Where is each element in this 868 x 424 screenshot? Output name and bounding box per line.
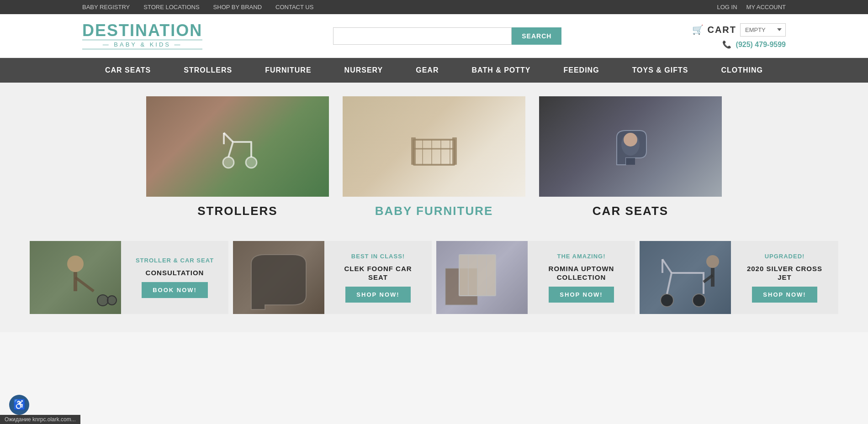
nav-feeding[interactable]: FEEDING (547, 58, 616, 83)
hero-title-furniture-plain: BABY (375, 204, 416, 218)
top-bar-left-links: BABY REGISTRY STORE LOCATIONS SHOP BY BR… (82, 4, 313, 10)
promo-card-consultation: STROLLER & CAR SEAT CONSULTATION BOOK NO… (30, 241, 228, 314)
hero-title-car-seats: CAR SEATS (539, 204, 722, 218)
hero-card-furniture[interactable]: BABY FURNITURE (343, 96, 525, 218)
hero-title-furniture-highlight: FURNITURE (416, 204, 493, 218)
cart-label: CART (707, 25, 736, 35)
svg-point-17 (107, 296, 116, 305)
nav-furniture[interactable]: FURNITURE (249, 58, 328, 83)
baby-registry-link[interactable]: BABY REGISTRY (82, 4, 130, 10)
svg-point-26 (661, 294, 673, 307)
search-input[interactable] (333, 27, 512, 45)
promo-title-clek: CLEK FOONF CAR SEAT (333, 264, 423, 282)
nav-bath-potty[interactable]: BATH & POTTY (455, 58, 547, 83)
top-bar: BABY REGISTRY STORE LOCATIONS SHOP BY BR… (0, 0, 868, 14)
promo-image-romina (436, 241, 528, 314)
svg-rect-25 (640, 241, 731, 314)
svg-point-1 (246, 157, 257, 168)
hero-card-strollers[interactable]: STROLLERS (146, 96, 329, 218)
svg-point-28 (706, 255, 719, 268)
promo-eyebrow-consultation: STROLLER & CAR SEAT (136, 257, 214, 264)
hero-image-furniture (343, 96, 525, 197)
svg-rect-8 (411, 137, 416, 165)
promo-title-silvercross: 2020 SILVER CROSS JET (740, 264, 829, 282)
cart-row: 🛒 CART EMPTY (692, 23, 786, 37)
promo-eyebrow-clek: BEST IN CLASS! (351, 253, 405, 260)
svg-point-11 (624, 133, 637, 147)
hero-title-strollers: STROLLERS (146, 204, 329, 218)
promo-card-clek: BEST IN CLASS! CLEK FOONF CAR SEAT SHOP … (233, 241, 432, 314)
promo-card-silvercross: UPGRADED! 2020 SILVER CROSS JET SHOP NOW… (640, 241, 838, 314)
shop-by-brand-link[interactable]: SHOP BY BRAND (213, 4, 262, 10)
svg-rect-2 (413, 140, 455, 165)
promo-btn-silvercross[interactable]: SHOP NOW! (752, 287, 817, 303)
main-nav: CAR SEATS STROLLERS FURNITURE NURSERY GE… (0, 58, 868, 83)
svg-point-16 (97, 295, 108, 306)
promo-btn-romina[interactable]: SHOP NOW! (549, 287, 614, 303)
logo-title: DESTINATION (82, 22, 202, 39)
hero-title-furniture: BABY FURNITURE (343, 204, 525, 218)
promo-content-romina: THE AMAZING! ROMINA UPTOWN COLLECTION SH… (528, 246, 635, 310)
search-area: SEARCH (333, 27, 561, 45)
svg-rect-9 (452, 137, 457, 165)
header: DESTINATION — BABY & KIDS — SEARCH 🛒 CAR… (0, 14, 868, 58)
hero-image-strollers (146, 96, 329, 197)
promo-image-silvercross (640, 241, 731, 314)
nav-nursery[interactable]: NURSERY (328, 58, 400, 83)
cart-icon: 🛒 (692, 24, 704, 35)
store-locations-link[interactable]: STORE LOCATIONS (143, 4, 199, 10)
nav-strollers[interactable]: STROLLERS (167, 58, 249, 83)
log-in-link[interactable]: LOG IN (717, 4, 737, 10)
promo-image-clek (233, 241, 324, 314)
my-account-link[interactable]: MY ACCOUNT (746, 4, 786, 10)
contact-us-link[interactable]: CONTACT US (275, 4, 313, 10)
phone-icon: 📞 (722, 41, 731, 48)
nav-clothing[interactable]: CLOTHING (704, 58, 779, 83)
nav-car-seats[interactable]: CAR SEATS (89, 58, 167, 83)
search-button[interactable]: SEARCH (512, 27, 561, 45)
logo-sub: — BABY & KIDS — (82, 40, 202, 49)
promo-title-consultation: CONSULTATION (146, 268, 204, 277)
svg-point-13 (67, 256, 84, 272)
promo-content-clek: BEST IN CLASS! CLEK FOONF CAR SEAT SHOP … (324, 246, 432, 310)
promo-eyebrow-silvercross: UPGRADED! (765, 253, 805, 260)
cart-select[interactable]: EMPTY (740, 23, 786, 37)
promo-btn-clek[interactable]: SHOP NOW! (345, 287, 410, 303)
hero-section: STROLLERS BABY FURNITURE (0, 83, 868, 232)
svg-point-0 (223, 157, 234, 168)
promo-title-romina: ROMINA UPTOWN COLLECTION (549, 264, 614, 282)
promo-btn-consultation[interactable]: BOOK NOW! (142, 282, 208, 298)
logo[interactable]: DESTINATION — BABY & KIDS — (82, 22, 202, 49)
cart-phone-area: 🛒 CART EMPTY 📞 (925) 479-9599 (692, 23, 786, 49)
phone-row: 📞 (925) 479-9599 (722, 40, 786, 49)
promo-image-consultation (30, 241, 121, 314)
nav-toys-gifts[interactable]: TOYS & GIFTS (616, 58, 705, 83)
phone-number[interactable]: (925) 479-9599 (736, 41, 786, 48)
svg-point-27 (693, 294, 705, 307)
promo-section: STROLLER & CAR SEAT CONSULTATION BOOK NO… (0, 232, 868, 332)
top-bar-right-links: LOG IN MY ACCOUNT (717, 4, 786, 10)
nav-gear[interactable]: GEAR (399, 58, 455, 83)
promo-content-silvercross: UPGRADED! 2020 SILVER CROSS JET SHOP NOW… (731, 246, 838, 310)
hero-image-car-seats (539, 96, 722, 197)
promo-content-consultation: STROLLER & CAR SEAT CONSULTATION BOOK NO… (121, 250, 228, 305)
hero-card-car-seats[interactable]: CAR SEATS (539, 96, 722, 218)
promo-card-romina: THE AMAZING! ROMINA UPTOWN COLLECTION SH… (436, 241, 635, 314)
promo-eyebrow-romina: THE AMAZING! (557, 253, 605, 260)
